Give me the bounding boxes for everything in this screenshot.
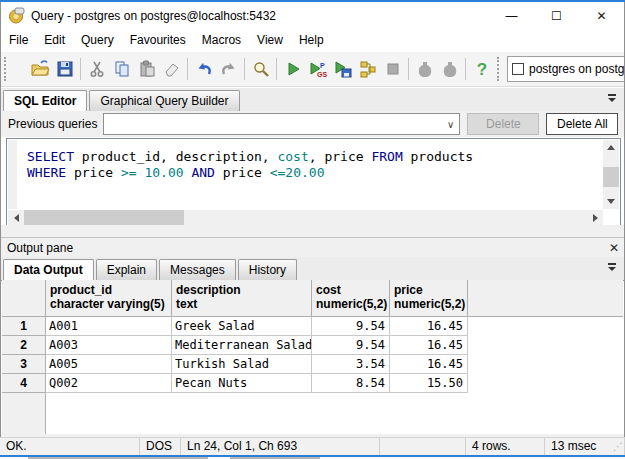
macro-bank-icon bbox=[415, 59, 435, 79]
grid-cell[interactable]: Pecan Nuts bbox=[172, 374, 312, 393]
sql-editor[interactable]: SELECT product_id, description, cost, pr… bbox=[6, 138, 621, 227]
clear-window-button[interactable] bbox=[159, 57, 184, 82]
row-label[interactable]: 1 bbox=[2, 317, 46, 336]
grid-cell[interactable]: A001 bbox=[46, 317, 172, 336]
row-label[interactable]: 4 bbox=[2, 374, 46, 393]
execute-pgscript-button[interactable]: PGS bbox=[305, 57, 330, 82]
menu-query[interactable]: Query bbox=[73, 29, 122, 52]
maximize-button[interactable]: ☐ bbox=[534, 2, 579, 29]
delete-button[interactable]: Delete bbox=[467, 113, 539, 135]
connection-label: postgres on postgres@lo bbox=[529, 62, 624, 76]
row-label[interactable]: 2 bbox=[2, 336, 46, 355]
menu-favourites[interactable]: Favourites bbox=[122, 29, 194, 52]
menu-view[interactable]: View bbox=[249, 29, 291, 52]
tab-messages[interactable]: Messages bbox=[159, 259, 236, 280]
toolbar-separator bbox=[408, 58, 409, 80]
explain-query-button[interactable] bbox=[355, 57, 380, 82]
macro-run-button[interactable] bbox=[437, 57, 462, 82]
tab-sql-editor[interactable]: SQL Editor bbox=[3, 90, 87, 111]
table-row: 4Q002Pecan Nuts8.5415.50 bbox=[2, 374, 623, 393]
grid-cell[interactable]: 9.54 bbox=[312, 317, 390, 336]
toolbar: PGS?postgres on postgres@lo bbox=[1, 52, 624, 87]
column-header-cost[interactable]: costnumeric(5,2) bbox=[312, 280, 390, 317]
column-header-product_id[interactable]: product_idcharacter varying(5) bbox=[46, 280, 172, 317]
previous-queries-row: Previous queries ∨ Delete Delete All bbox=[1, 111, 624, 137]
undo-icon bbox=[194, 59, 214, 79]
close-button[interactable]: ✕ bbox=[579, 2, 624, 29]
cut-button[interactable] bbox=[84, 57, 109, 82]
minimize-button[interactable]: — bbox=[489, 2, 534, 29]
scroll-left-icon[interactable] bbox=[8, 210, 24, 225]
output-pane-close-icon[interactable]: ✕ bbox=[604, 241, 624, 255]
open-file-button[interactable] bbox=[27, 57, 52, 82]
open-file-icon bbox=[30, 59, 50, 79]
grid-cell[interactable]: 16.45 bbox=[390, 317, 468, 336]
grid-corner-cell[interactable] bbox=[2, 280, 46, 317]
copy-button[interactable] bbox=[109, 57, 134, 82]
menu-macros[interactable]: Macros bbox=[194, 29, 249, 52]
editor-margin bbox=[8, 140, 17, 209]
macro-bank-button[interactable] bbox=[412, 57, 437, 82]
undo-button[interactable] bbox=[191, 57, 216, 82]
help-button[interactable]: ? bbox=[469, 57, 494, 82]
cancel-query-button[interactable] bbox=[380, 57, 405, 82]
grid-cell[interactable]: Greek Salad bbox=[172, 317, 312, 336]
grid-cell[interactable]: Mediterranean Salad bbox=[172, 336, 312, 355]
pane-menu-icon[interactable] bbox=[606, 94, 618, 106]
menu-edit[interactable]: Edit bbox=[36, 29, 73, 52]
tab-data-output[interactable]: Data Output bbox=[3, 259, 94, 280]
grid-cell[interactable]: A005 bbox=[46, 355, 172, 374]
execute-pgscript-icon: PGS bbox=[308, 59, 328, 79]
tab-history[interactable]: History bbox=[238, 259, 297, 280]
grid-cell[interactable]: 8.54 bbox=[312, 374, 390, 393]
connection-combobox[interactable]: postgres on postgres@lo bbox=[507, 56, 624, 82]
menu-bar: FileEditQueryFavouritesMacrosViewHelp bbox=[1, 29, 624, 52]
menu-file[interactable]: File bbox=[1, 29, 36, 52]
pane-splitter[interactable] bbox=[1, 225, 624, 237]
title-bar[interactable]: Query - postgres on postgres@localhost:5… bbox=[1, 2, 624, 29]
grid-cell[interactable]: 3.54 bbox=[312, 355, 390, 374]
pane-menu-icon[interactable] bbox=[606, 263, 618, 275]
connection-checkbox[interactable] bbox=[512, 63, 524, 75]
paste-button[interactable] bbox=[134, 57, 159, 82]
toolbar-grip[interactable] bbox=[497, 57, 502, 81]
menu-help[interactable]: Help bbox=[291, 29, 332, 52]
resize-grip-icon[interactable]: ⋰ bbox=[613, 441, 623, 452]
execute-to-file-button[interactable] bbox=[330, 57, 355, 82]
app-icon bbox=[8, 7, 25, 24]
grid-cell[interactable]: Q002 bbox=[46, 374, 172, 393]
save-file-button[interactable] bbox=[52, 57, 77, 82]
grid-cell[interactable]: 16.45 bbox=[390, 336, 468, 355]
toolbar-grip[interactable] bbox=[4, 57, 9, 81]
execute-to-file-icon bbox=[333, 59, 353, 79]
grid-cell[interactable]: Turkish Salad bbox=[172, 355, 312, 374]
horizontal-scroll-thumb[interactable] bbox=[24, 210, 184, 225]
previous-queries-combobox[interactable]: ∨ bbox=[103, 113, 460, 135]
grid-cell[interactable]: 15.50 bbox=[390, 374, 468, 393]
editor-vertical-scrollbar[interactable] bbox=[603, 140, 619, 209]
column-header-description[interactable]: descriptiontext bbox=[172, 280, 312, 317]
scroll-down-icon[interactable] bbox=[603, 194, 619, 209]
delete-all-button[interactable]: Delete All bbox=[546, 113, 618, 135]
row-label[interactable]: 3 bbox=[2, 355, 46, 374]
scroll-up-icon[interactable] bbox=[603, 140, 619, 155]
toolbar-separator bbox=[244, 58, 245, 80]
save-file-icon bbox=[55, 59, 75, 79]
tab-explain[interactable]: Explain bbox=[96, 259, 157, 280]
column-header-price[interactable]: pricenumeric(5,2) bbox=[390, 280, 468, 317]
grid-cell[interactable]: A003 bbox=[46, 336, 172, 355]
execute-query-button[interactable] bbox=[280, 57, 305, 82]
svg-text:P: P bbox=[320, 62, 325, 69]
editor-horizontal-scrollbar[interactable] bbox=[8, 210, 603, 225]
sql-line: WHERE price >= 10.00 AND price <=20.00 bbox=[27, 165, 603, 181]
sql-text[interactable]: SELECT product_id, description, cost, pr… bbox=[17, 140, 603, 218]
grid-cell[interactable]: 9.54 bbox=[312, 336, 390, 355]
vertical-scroll-thumb[interactable] bbox=[603, 167, 619, 187]
scroll-right-icon[interactable] bbox=[587, 210, 603, 225]
redo-button[interactable] bbox=[216, 57, 241, 82]
find-icon bbox=[251, 59, 271, 79]
tab-graphical-query-builder[interactable]: Graphical Query Builder bbox=[89, 90, 239, 111]
find-button[interactable] bbox=[248, 57, 273, 82]
grid-cell[interactable]: 16.45 bbox=[390, 355, 468, 374]
sql-line: SELECT product_id, description, cost, pr… bbox=[27, 149, 603, 165]
